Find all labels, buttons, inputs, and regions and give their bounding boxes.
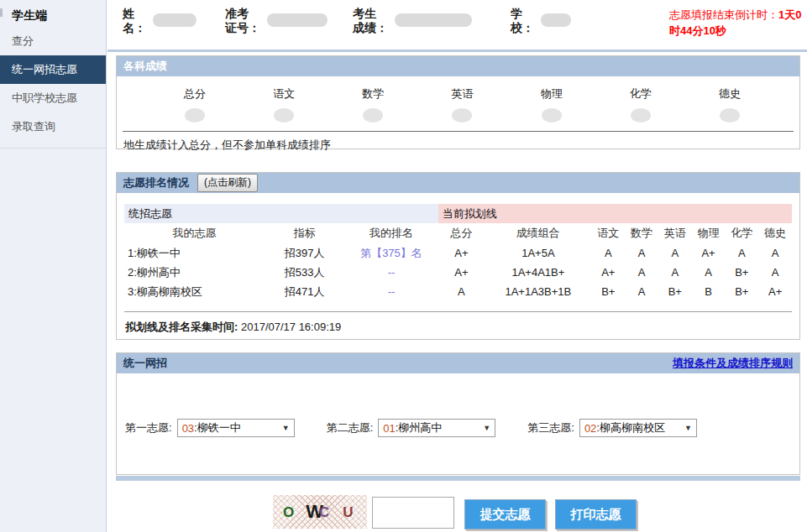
subjects-row: 总分 语文 数学 英语 物理 化学 德史 — [117, 76, 799, 123]
subject-math: 数学 — [328, 86, 417, 123]
collection-timestamp: 拟划线及排名采集时间: 2017/07/17 16:09:19 — [117, 312, 799, 335]
column-header-row: 我的志愿 指标 我的排名 总分 成绩组合 语文 数学 英语 物理 化学 德史 — [124, 223, 792, 243]
sidebar-divider — [0, 148, 106, 149]
choice-second-label: 第二志愿: — [327, 420, 374, 436]
table-row: 1:柳铁一中 招397人 第【375】名 A+ 1A+5A A A A A+ A… — [124, 243, 792, 263]
field-exam-id: 准考证号： — [225, 7, 353, 35]
subject-english: 英语 — [417, 86, 506, 123]
subject-scores-title: 各科成绩 — [117, 56, 799, 76]
name-label-line1: 姓 — [123, 7, 146, 21]
table-row: 3:柳高柳南校区 招471人 -- A 1A+1A3B+1B B+ A B+ B… — [124, 282, 792, 301]
print-volunteer-button[interactable]: 打印志愿 — [555, 499, 637, 529]
exam-id-label-line1: 准考 — [225, 7, 260, 21]
score-redacted — [452, 108, 472, 123]
main-content: 姓名： 准考证号： 考生成绩： 学校： 志愿填报结束倒计时：1天0时44分10秒… — [107, 0, 807, 532]
deadline-countdown: 志愿填报结束倒计时：1天0时44分10秒 — [669, 7, 804, 39]
ranking-table: 统招志愿 当前拟划线 我的志愿 指标 我的排名 总分 成绩组合 语文 数学 英语… — [124, 204, 792, 301]
subject-morality-history: 德史 — [685, 86, 774, 123]
form-title: 统一网招 — [123, 356, 167, 371]
sidebar-title: 学生端 — [0, 0, 106, 27]
sidebar-item-vocational-volunteer[interactable]: 中职学校志愿 — [0, 84, 106, 112]
score-redacted — [720, 108, 740, 123]
section-bottom-strip — [116, 476, 800, 481]
ranking-title: 志愿排名情况 — [123, 175, 189, 190]
my-rank-value: 第【375】名 — [344, 243, 438, 263]
my-rank-value: -- — [344, 263, 438, 282]
sidebar-item-admission-query[interactable]: 录取查询 — [0, 112, 106, 141]
school-label-line1: 学 — [511, 7, 534, 21]
choice-third-label: 第三志愿: — [527, 420, 574, 436]
student-info-header: 姓名： 准考证号： 考生成绩： 学校： 志愿填报结束倒计时：1天0时44分10秒 — [107, 0, 807, 52]
my-rank-value: -- — [344, 282, 438, 301]
scores-note: 地生成绩计入总分，但不参加单科成绩排序 — [117, 132, 799, 153]
sidebar-item-check-score[interactable]: 查分 — [0, 27, 106, 55]
school-value-redacted — [541, 13, 571, 27]
captcha-letter: U — [343, 505, 353, 519]
score-label-line1: 考生 — [353, 7, 388, 21]
group-header-right: 当前拟划线 — [438, 204, 792, 223]
captcha-image: O W C U — [273, 495, 367, 529]
captcha-letter: O — [283, 505, 294, 519]
dropdown-arrow-icon: ▼ — [684, 424, 692, 432]
group-header-left: 统招志愿 — [124, 204, 438, 223]
name-label-line2: 名： — [123, 21, 146, 35]
sidebar: 学生端 查分 统一网招志愿 中职学校志愿 录取查询 — [0, 0, 107, 532]
sidebar-item-unified-volunteer[interactable]: 统一网招志愿 — [0, 55, 106, 84]
refresh-button[interactable]: (点击刷新) — [197, 174, 258, 192]
school-label-line2: 校： — [511, 21, 534, 35]
sidebar-notch — [0, 8, 3, 17]
choice-first: 第一志愿: 03:柳铁一中 ▼ — [125, 419, 295, 437]
field-school: 学校： — [511, 7, 571, 35]
score-value-redacted — [395, 13, 472, 27]
table-row: 2:柳州高中 招533人 -- A+ 1A+4A1B+ A+ A A A B+ … — [124, 263, 792, 282]
name-value-redacted — [153, 13, 197, 27]
choice-third-select[interactable]: 02:柳高柳南校区 ▼ — [579, 419, 697, 437]
choice-third: 第三志愿: 02:柳高柳南校区 ▼ — [527, 419, 697, 437]
exam-id-value-redacted — [267, 13, 328, 27]
dropdown-arrow-icon: ▼ — [483, 424, 490, 432]
choice-second-select[interactable]: 01:柳州高中 ▼ — [378, 419, 495, 437]
subject-scores-section: 各科成绩 总分 语文 数学 英语 物理 化学 德史 地生成绩计入总分，但不参加单… — [116, 55, 800, 149]
countdown-label: 志愿填报结束倒计时： — [669, 8, 778, 21]
subject-chinese: 语文 — [239, 86, 328, 123]
score-label-line2: 成绩： — [353, 21, 388, 35]
score-redacted — [363, 108, 383, 123]
group-header-row: 统招志愿 当前拟划线 — [124, 204, 792, 223]
subject-total: 总分 — [150, 86, 239, 123]
submit-volunteer-button[interactable]: 提交志愿 — [464, 499, 546, 529]
choice-first-select[interactable]: 03:柳铁一中 ▼ — [177, 419, 295, 437]
choice-first-label: 第一志愿: — [125, 420, 172, 436]
score-redacted — [631, 108, 651, 123]
field-name: 姓名： — [123, 7, 225, 35]
rules-link[interactable]: 填报条件及成绩排序规则 — [673, 356, 793, 371]
subject-chemistry: 化学 — [596, 86, 685, 123]
unified-recruitment-section: 统一网招 填报条件及成绩排序规则 第一志愿: 03:柳铁一中 ▼ 第二志愿: 0… — [116, 352, 800, 475]
exam-id-label-line2: 证号： — [225, 21, 260, 35]
subject-physics: 物理 — [507, 86, 596, 123]
timestamp-value: 2017/07/17 16:09:19 — [241, 321, 341, 333]
score-redacted — [274, 108, 294, 123]
score-redacted — [542, 108, 562, 123]
volunteer-ranking-section: 志愿排名情况 (点击刷新) 统招志愿 当前拟划线 我的志愿 指标 我的排名 总分… — [116, 172, 800, 340]
captcha-letter: C — [319, 505, 329, 519]
choice-second: 第二志愿: 01:柳州高中 ▼ — [327, 419, 496, 437]
volunteer-choices-row: 第一志愿: 03:柳铁一中 ▼ 第二志愿: 01:柳州高中 ▼ 第三志愿: 02… — [117, 373, 799, 437]
score-redacted — [185, 108, 205, 123]
field-exam-score: 考生成绩： — [353, 7, 511, 35]
captcha-input[interactable] — [372, 497, 454, 529]
dropdown-arrow-icon: ▼ — [282, 424, 290, 432]
